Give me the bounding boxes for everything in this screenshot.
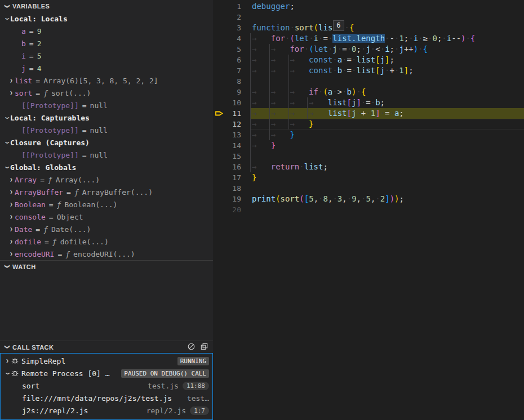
code-line[interactable]: 18 xyxy=(213,183,524,194)
variable-row[interactable]: b=2 xyxy=(0,37,213,50)
line-number[interactable]: 12 xyxy=(227,119,241,129)
debug-current-line-arrow-icon[interactable] xyxy=(213,108,227,119)
callstack-frame-row[interactable]: file:///mnt/data/repos/j2s/test.jstest… xyxy=(1,392,212,404)
operator: ; xyxy=(390,44,394,53)
variable-row[interactable]: ❯list=Array(6)[5, 3, 8, 5, 2, 2] xyxy=(0,74,213,87)
gutter-glyph-margin xyxy=(213,1,227,12)
variable: lis xyxy=(318,23,332,32)
line-number[interactable]: 10 xyxy=(227,97,241,108)
line-number[interactable]: 15 xyxy=(227,151,241,162)
line-number[interactable]: 4 xyxy=(227,33,241,44)
code-line[interactable]: 6→→→const·a·=·list[j]; xyxy=(213,55,524,65)
code-editor[interactable]: 1debugger;23function·sort(lis6·{4→for·(l… xyxy=(213,0,524,420)
collapse-all-icon[interactable] xyxy=(200,342,208,352)
variable-row[interactable]: a=9 xyxy=(0,25,213,37)
line-number[interactable]: 11 xyxy=(227,108,241,119)
operator: ; xyxy=(404,34,408,43)
operator: > xyxy=(338,87,342,96)
variables-pane-header[interactable]: ❯ VARIABLES xyxy=(0,0,213,12)
code-line[interactable]: 1debugger; xyxy=(213,1,524,12)
code-line[interactable]: 9→→→if·(a·>·b)·{ xyxy=(213,87,524,97)
whitespace-dot: · xyxy=(299,162,304,171)
line-number[interactable]: 5 xyxy=(227,44,241,55)
gutter-glyph-margin xyxy=(213,12,227,23)
line-number[interactable]: 2 xyxy=(227,12,241,23)
code-line[interactable]: 14→} xyxy=(213,140,524,151)
line-number[interactable]: 13 xyxy=(227,129,241,140)
circle-slash-icon[interactable] xyxy=(187,342,196,352)
variable-row[interactable]: ❯dofile=ƒdofile(...) xyxy=(0,235,213,248)
variable-value: sort(...) xyxy=(51,89,91,97)
line-number[interactable]: 9 xyxy=(227,87,241,97)
variables-scope-row[interactable]: ❯Global: Globals xyxy=(0,161,213,173)
code-line[interactable]: 3function·sort(lis6·{ xyxy=(213,23,524,33)
keyword: let xyxy=(314,44,328,53)
equals-sign: = xyxy=(26,64,37,73)
callstack-pane-header[interactable]: ❯ CALL STACK xyxy=(0,341,213,353)
code-line[interactable]: 4→for·(let·i·=·list.length·-·1;·i·≥·0;·i… xyxy=(213,33,524,44)
callstack-frame-row[interactable]: sorttest.js11:88 xyxy=(1,379,212,392)
variable-row[interactable]: ❯encodeURI=ƒencodeURI(...) xyxy=(0,248,213,260)
variable-row[interactable]: ❯Boolean=ƒBoolean(...) xyxy=(0,198,213,211)
line-number[interactable]: 18 xyxy=(227,183,241,194)
callstack-session-row[interactable]: ❯Remote Process [0] …PAUSED ON DEBUG() C… xyxy=(1,367,212,379)
control-keyword: for xyxy=(271,34,285,43)
tab-arrow: → xyxy=(271,97,290,108)
chevron-right-icon: ❯ xyxy=(8,190,15,195)
variable-row[interactable]: i=5 xyxy=(0,50,213,62)
code-line[interactable]: 11→→→→list[j·+·1]·=·a; xyxy=(213,108,524,119)
code-line[interactable]: 5→→for·(let·j·=·0;·j·<·i;·j++)·{ xyxy=(213,44,524,55)
line-number[interactable]: 3 xyxy=(227,23,241,33)
code-line[interactable]: 2 xyxy=(213,12,524,23)
code-line[interactable]: 20 xyxy=(213,204,524,215)
line-number[interactable]: 1 xyxy=(227,1,241,12)
callstack-session-row[interactable]: ❯SimpleReplRUNNING xyxy=(1,355,212,367)
variable-row[interactable]: ❯Date=ƒDate(...) xyxy=(0,223,213,235)
variable-row[interactable]: ❯sort=ƒsort(...) xyxy=(0,87,213,99)
watch-pane-header[interactable]: ❯ WATCH xyxy=(0,260,213,272)
code-line[interactable]: 12→→→} xyxy=(213,119,524,129)
whitespace-dot: · xyxy=(290,23,294,32)
line-number[interactable]: 14 xyxy=(227,140,241,151)
operator: ; xyxy=(290,2,294,11)
line-number[interactable]: 7 xyxy=(227,65,241,76)
code-lines: 1debugger;23function·sort(lis6·{4→for·(l… xyxy=(213,0,524,215)
frame-source: test.js xyxy=(148,382,179,390)
variables-scope-row[interactable]: ❯Local: Locals xyxy=(0,12,213,25)
line-number[interactable]: 8 xyxy=(227,76,241,87)
variable-row[interactable]: [[Prototype]]=null xyxy=(0,149,213,161)
line-number[interactable]: 20 xyxy=(227,204,241,215)
line-number[interactable]: 17 xyxy=(227,172,241,183)
line-number[interactable]: 16 xyxy=(227,162,241,172)
chevron-right-icon: ❯ xyxy=(8,227,15,232)
code-line[interactable]: 16→return·list; xyxy=(213,162,524,172)
line-number[interactable]: 6 xyxy=(227,55,241,65)
variable-row[interactable]: ❯Array=ƒArray(...) xyxy=(0,173,213,186)
variable-row[interactable]: ❯console=Object xyxy=(0,211,213,223)
tab-arrow: → xyxy=(290,119,309,129)
code-line[interactable]: 15 xyxy=(213,151,524,162)
code-line[interactable]: 8 xyxy=(213,76,524,87)
variables-scope-row[interactable]: ❯Closure (Captures) xyxy=(0,136,213,149)
code-line[interactable]: 10→→→→list[j]·=·b; xyxy=(213,97,524,108)
tab-arrow: → xyxy=(252,33,271,44)
whitespace-dot: · xyxy=(408,34,413,43)
chevron-down-icon: ❯ xyxy=(5,114,10,121)
line-number[interactable]: 19 xyxy=(227,194,241,204)
code-line[interactable]: 7→→→const·b·=·list[j·+·1]; xyxy=(213,65,524,76)
code-line[interactable]: 13→→} xyxy=(213,129,524,140)
gutter-glyph-margin xyxy=(213,162,227,172)
variable-row[interactable]: ❯ArrayBuffer=ƒArrayBuffer(...) xyxy=(0,186,213,198)
variable-value: null xyxy=(90,151,108,159)
code-line[interactable]: 19print(sort([5,·8,·3,·9,·5,·2])); xyxy=(213,194,524,204)
code-line[interactable]: 17} xyxy=(213,172,524,183)
variable-name: [[Prototype]] xyxy=(21,101,79,110)
equals-sign: = xyxy=(32,225,43,234)
variable: i xyxy=(314,34,318,43)
variable-row[interactable]: [[Prototype]]=null xyxy=(0,99,213,111)
variable-row[interactable]: [[Prototype]]=null xyxy=(0,124,213,136)
variable-row[interactable]: j=4 xyxy=(0,62,213,74)
callstack-frame-row[interactable]: j2s://repl/2.jsrepl/2.js1:7 xyxy=(1,404,212,417)
variables-scope-row[interactable]: ❯Local: Capturables xyxy=(0,111,213,124)
variable: j xyxy=(380,66,385,75)
